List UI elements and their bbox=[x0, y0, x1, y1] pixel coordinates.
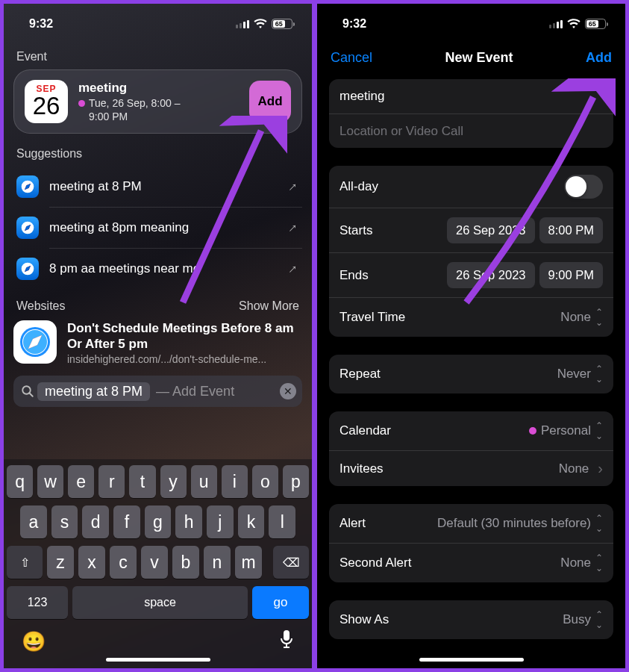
alert-group: Alert Default (30 minutes before)⌃⌄ Seco… bbox=[329, 504, 613, 582]
backspace-key[interactable]: ⌫ bbox=[273, 546, 309, 579]
safari-icon bbox=[16, 258, 39, 280]
cellular-icon bbox=[549, 20, 563, 28]
event-card[interactable]: SEP 26 meeting Tue, 26 Sep, 8:00 – 9:00 … bbox=[13, 69, 302, 134]
starts-time-picker[interactable]: 8:00 PM bbox=[539, 217, 603, 243]
key-q[interactable]: q bbox=[7, 465, 33, 498]
clear-icon[interactable]: ✕ bbox=[280, 383, 296, 399]
alert-row[interactable]: Alert Default (30 minutes before)⌃⌄ bbox=[329, 504, 613, 543]
allday-toggle[interactable] bbox=[564, 175, 603, 199]
battery-icon: 65 bbox=[585, 19, 606, 29]
key-o[interactable]: o bbox=[252, 465, 278, 498]
key-e[interactable]: e bbox=[68, 465, 94, 498]
repeat-row[interactable]: Repeat Never⌃⌄ bbox=[329, 355, 613, 393]
key-r[interactable]: r bbox=[98, 465, 125, 498]
keyboard[interactable]: qwertyuiop asdfghjkl ⇧ zxcvbnm ⌫ 123 spa… bbox=[4, 459, 312, 668]
search-bar[interactable]: meeting at 8 PM — Add Event ✕ bbox=[13, 376, 302, 407]
status-bar: 9:32 65 bbox=[4, 4, 312, 44]
suggestions-label: Suggestions bbox=[16, 147, 299, 161]
dictation-key[interactable] bbox=[279, 629, 294, 653]
starts-row: Starts 26 Sep 2023 8:00 PM bbox=[329, 208, 613, 252]
event-info: meeting Tue, 26 Sep, 8:00 – 9:00 PM bbox=[78, 81, 239, 122]
go-key[interactable]: go bbox=[252, 586, 309, 619]
allday-row: All-day bbox=[329, 166, 613, 208]
home-indicator[interactable] bbox=[419, 658, 524, 662]
add-button[interactable]: Add bbox=[586, 50, 612, 66]
numbers-key[interactable]: 123 bbox=[7, 586, 68, 619]
suggestion-row[interactable]: 8 pm aa meetings near me → bbox=[13, 249, 302, 289]
space-key[interactable]: space bbox=[72, 586, 248, 619]
key-c[interactable]: c bbox=[110, 546, 137, 579]
key-b[interactable]: b bbox=[172, 546, 199, 579]
second-alert-row[interactable]: Second Alert None⌃⌄ bbox=[329, 543, 613, 582]
status-bar: 9:32 65 bbox=[317, 4, 625, 44]
emoji-key[interactable]: 😀 bbox=[22, 630, 46, 653]
key-s[interactable]: s bbox=[51, 505, 78, 538]
key-z[interactable]: z bbox=[47, 546, 74, 579]
travel-time-row[interactable]: Travel Time None⌃⌄ bbox=[329, 297, 613, 337]
key-a[interactable]: a bbox=[20, 505, 47, 538]
arrow-up-right-icon: → bbox=[282, 258, 303, 279]
calendar-icon: SEP 26 bbox=[25, 80, 68, 123]
key-m[interactable]: m bbox=[235, 546, 262, 579]
key-v[interactable]: v bbox=[141, 546, 168, 579]
key-u[interactable]: u bbox=[191, 465, 217, 498]
ends-date-picker[interactable]: 26 Sep 2023 bbox=[447, 262, 535, 288]
show-more-button[interactable]: Show More bbox=[239, 299, 299, 313]
key-i[interactable]: i bbox=[222, 465, 248, 498]
location-field[interactable]: Location or Video Call bbox=[329, 113, 613, 148]
search-icon bbox=[21, 385, 34, 398]
status-icons: 65 bbox=[549, 19, 606, 29]
key-j[interactable]: j bbox=[207, 505, 234, 538]
status-icons: 65 bbox=[236, 19, 292, 29]
starts-date-picker[interactable]: 26 Sep 2023 bbox=[447, 217, 535, 243]
svg-rect-8 bbox=[284, 630, 290, 641]
cellular-icon bbox=[236, 20, 249, 28]
key-g[interactable]: g bbox=[145, 505, 172, 538]
key-n[interactable]: n bbox=[204, 546, 231, 579]
calendar-row[interactable]: Calendar Personal⌃⌄ bbox=[329, 411, 613, 450]
key-y[interactable]: y bbox=[160, 465, 187, 498]
add-event-button[interactable]: Add bbox=[249, 81, 291, 122]
ends-row: Ends 26 Sep 2023 9:00 PM bbox=[329, 252, 613, 297]
key-h[interactable]: h bbox=[175, 505, 202, 538]
search-hint: — Add Event bbox=[156, 384, 234, 399]
new-event-screen: 9:32 65 Cancel New Event Add meeting Loc… bbox=[316, 2, 627, 670]
safari-app-icon bbox=[13, 320, 57, 364]
wifi-icon bbox=[254, 19, 267, 29]
key-t[interactable]: t bbox=[129, 465, 155, 498]
status-time: 9:32 bbox=[342, 17, 366, 31]
calendar-color-dot bbox=[78, 100, 85, 107]
website-url: insidehighered.com/.../don't-schedule-me… bbox=[67, 353, 302, 365]
ends-time-picker[interactable]: 9:00 PM bbox=[539, 262, 603, 288]
repeat-group: Repeat Never⌃⌄ bbox=[329, 355, 613, 393]
suggestion-row[interactable]: meeting at 8pm meaning → bbox=[13, 208, 302, 248]
key-x[interactable]: x bbox=[78, 546, 105, 579]
show-as-row[interactable]: Show As Busy⌃⌄ bbox=[329, 600, 613, 639]
key-k[interactable]: k bbox=[238, 505, 265, 538]
key-w[interactable]: w bbox=[37, 465, 63, 498]
key-d[interactable]: d bbox=[82, 505, 109, 538]
spotlight-screen: 9:32 65 Event SEP 26 meeting Tue, 26 Sep… bbox=[2, 2, 313, 670]
nav-title: New Event bbox=[445, 50, 513, 66]
home-indicator[interactable] bbox=[106, 658, 210, 662]
key-f[interactable]: f bbox=[113, 505, 140, 538]
title-location-group: meeting Location or Video Call bbox=[329, 79, 613, 148]
key-l[interactable]: l bbox=[269, 505, 295, 538]
suggestion-row[interactable]: meeting at 8 PM → bbox=[13, 167, 302, 207]
event-title: meeting bbox=[78, 81, 239, 96]
key-p[interactable]: p bbox=[283, 465, 309, 498]
event-section-label: Event bbox=[16, 50, 299, 63]
websites-label: Websites bbox=[16, 299, 66, 313]
arrow-up-right-icon: → bbox=[282, 176, 303, 197]
status-time: 9:32 bbox=[29, 17, 53, 31]
shift-key[interactable]: ⇧ bbox=[7, 546, 43, 579]
search-text: meeting at 8 PM bbox=[37, 382, 150, 401]
safari-icon bbox=[16, 175, 39, 198]
arrow-up-right-icon: → bbox=[282, 217, 303, 238]
website-result[interactable]: Don't Schedule Meetings Before 8 am Or A… bbox=[13, 320, 302, 365]
title-field[interactable]: meeting bbox=[329, 79, 613, 113]
safari-icon bbox=[16, 217, 39, 239]
chevron-right-icon: › bbox=[598, 460, 603, 477]
cancel-button[interactable]: Cancel bbox=[331, 50, 372, 66]
invitees-row[interactable]: Invitees None› bbox=[329, 450, 613, 486]
